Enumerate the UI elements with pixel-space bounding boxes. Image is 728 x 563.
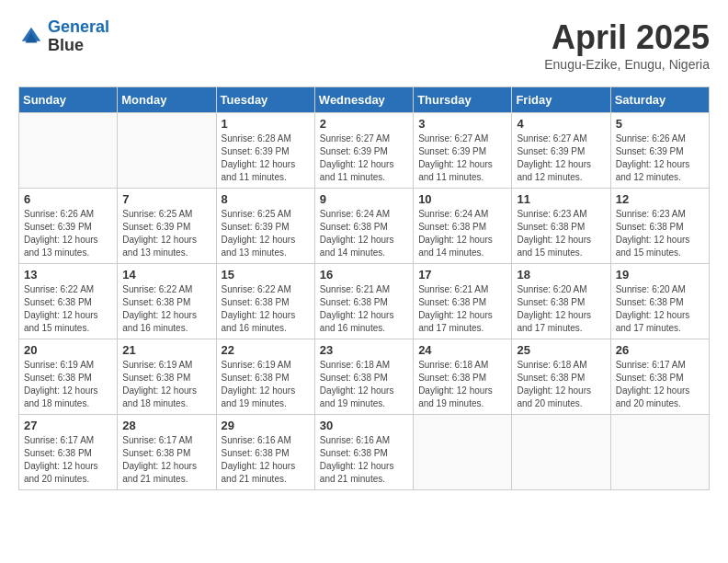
day-number: 8 xyxy=(222,192,310,206)
calendar-cell: 1Sunrise: 6:28 AMSunset: 6:39 PMDaylight… xyxy=(216,113,314,189)
calendar-cell xyxy=(19,113,118,189)
day-number: 2 xyxy=(320,117,408,131)
day-info: Sunrise: 6:20 AMSunset: 6:38 PMDaylight:… xyxy=(517,283,605,335)
day-info: Sunrise: 6:27 AMSunset: 6:39 PMDaylight:… xyxy=(418,132,506,184)
day-info: Sunrise: 6:22 AMSunset: 6:38 PMDaylight:… xyxy=(222,283,310,335)
day-number: 20 xyxy=(24,343,112,357)
calendar-cell: 18Sunrise: 6:20 AMSunset: 6:38 PMDayligh… xyxy=(512,264,610,339)
day-info: Sunrise: 6:18 AMSunset: 6:38 PMDaylight:… xyxy=(517,359,605,410)
day-info: Sunrise: 6:26 AMSunset: 6:39 PMDaylight:… xyxy=(24,208,112,259)
calendar-cell xyxy=(512,415,610,490)
day-info: Sunrise: 6:26 AMSunset: 6:39 PMDaylight:… xyxy=(616,132,704,184)
week-row-3: 13Sunrise: 6:22 AMSunset: 6:38 PMDayligh… xyxy=(19,264,710,339)
day-number: 12 xyxy=(616,192,704,206)
day-number: 1 xyxy=(222,117,310,131)
day-info: Sunrise: 6:16 AMSunset: 6:38 PMDaylight:… xyxy=(320,434,408,486)
day-number: 17 xyxy=(418,268,506,282)
calendar-cell: 6Sunrise: 6:26 AMSunset: 6:39 PMDaylight… xyxy=(19,189,118,264)
day-info: Sunrise: 6:22 AMSunset: 6:38 PMDaylight:… xyxy=(24,283,112,335)
day-number: 18 xyxy=(517,268,605,282)
day-number: 6 xyxy=(24,192,112,206)
day-number: 21 xyxy=(122,343,210,357)
day-number: 23 xyxy=(320,343,408,357)
day-info: Sunrise: 6:17 AMSunset: 6:38 PMDaylight:… xyxy=(24,434,112,486)
day-info: Sunrise: 6:16 AMSunset: 6:38 PMDaylight:… xyxy=(222,434,310,486)
day-info: Sunrise: 6:19 AMSunset: 6:38 PMDaylight:… xyxy=(122,359,210,410)
day-info: Sunrise: 6:18 AMSunset: 6:38 PMDaylight:… xyxy=(320,359,408,410)
weekday-header-sunday: Sunday xyxy=(19,87,118,113)
calendar-cell: 22Sunrise: 6:19 AMSunset: 6:38 PMDayligh… xyxy=(216,339,314,415)
day-number: 29 xyxy=(222,419,310,432)
calendar-cell xyxy=(118,113,216,189)
calendar-cell: 12Sunrise: 6:23 AMSunset: 6:38 PMDayligh… xyxy=(610,189,709,264)
weekday-header-friday: Friday xyxy=(512,87,610,113)
day-number: 30 xyxy=(320,419,408,432)
weekday-header-monday: Monday xyxy=(118,87,216,113)
month-title: April 2025 xyxy=(544,18,710,57)
day-info: Sunrise: 6:27 AMSunset: 6:39 PMDaylight:… xyxy=(320,132,408,184)
week-row-5: 27Sunrise: 6:17 AMSunset: 6:38 PMDayligh… xyxy=(19,415,710,490)
calendar-cell: 15Sunrise: 6:22 AMSunset: 6:38 PMDayligh… xyxy=(216,264,314,339)
day-number: 4 xyxy=(517,117,605,131)
day-number: 22 xyxy=(222,343,310,357)
day-number: 19 xyxy=(616,268,704,282)
calendar-cell: 20Sunrise: 6:19 AMSunset: 6:38 PMDayligh… xyxy=(19,339,118,415)
day-number: 27 xyxy=(24,419,112,432)
calendar-table: SundayMondayTuesdayWednesdayThursdayFrid… xyxy=(18,86,710,490)
calendar-cell: 29Sunrise: 6:16 AMSunset: 6:38 PMDayligh… xyxy=(216,415,314,490)
logo: General Blue xyxy=(18,18,109,55)
day-number: 28 xyxy=(122,419,210,432)
day-info: Sunrise: 6:18 AMSunset: 6:38 PMDaylight:… xyxy=(418,359,506,410)
day-info: Sunrise: 6:24 AMSunset: 6:38 PMDaylight:… xyxy=(320,208,408,259)
title-block: April 2025 Enugu-Ezike, Enugu, Nigeria xyxy=(544,18,710,72)
calendar-cell: 21Sunrise: 6:19 AMSunset: 6:38 PMDayligh… xyxy=(118,339,216,415)
calendar-cell: 2Sunrise: 6:27 AMSunset: 6:39 PMDaylight… xyxy=(314,113,413,189)
calendar-cell: 23Sunrise: 6:18 AMSunset: 6:38 PMDayligh… xyxy=(314,339,413,415)
calendar-cell: 26Sunrise: 6:17 AMSunset: 6:38 PMDayligh… xyxy=(610,339,709,415)
day-number: 3 xyxy=(418,117,506,131)
day-info: Sunrise: 6:17 AMSunset: 6:38 PMDaylight:… xyxy=(616,359,704,410)
day-number: 14 xyxy=(122,268,210,282)
calendar-cell: 4Sunrise: 6:27 AMSunset: 6:39 PMDaylight… xyxy=(512,113,610,189)
calendar-cell: 27Sunrise: 6:17 AMSunset: 6:38 PMDayligh… xyxy=(19,415,118,490)
calendar-cell: 7Sunrise: 6:25 AMSunset: 6:39 PMDaylight… xyxy=(118,189,216,264)
day-info: Sunrise: 6:21 AMSunset: 6:38 PMDaylight:… xyxy=(320,283,408,335)
calendar-cell: 14Sunrise: 6:22 AMSunset: 6:38 PMDayligh… xyxy=(118,264,216,339)
day-info: Sunrise: 6:19 AMSunset: 6:38 PMDaylight:… xyxy=(24,359,112,410)
location: Enugu-Ezike, Enugu, Nigeria xyxy=(544,57,710,72)
weekday-header-thursday: Thursday xyxy=(414,87,512,113)
day-number: 26 xyxy=(616,343,704,357)
page-header: General Blue April 2025 Enugu-Ezike, Enu… xyxy=(18,18,710,72)
logo-text: General Blue xyxy=(48,18,109,55)
day-number: 24 xyxy=(418,343,506,357)
day-number: 7 xyxy=(122,192,210,206)
calendar-cell: 25Sunrise: 6:18 AMSunset: 6:38 PMDayligh… xyxy=(512,339,610,415)
calendar-cell: 28Sunrise: 6:17 AMSunset: 6:38 PMDayligh… xyxy=(118,415,216,490)
weekday-header-row: SundayMondayTuesdayWednesdayThursdayFrid… xyxy=(19,87,710,113)
calendar-cell xyxy=(610,415,709,490)
day-info: Sunrise: 6:21 AMSunset: 6:38 PMDaylight:… xyxy=(418,283,506,335)
day-info: Sunrise: 6:25 AMSunset: 6:39 PMDaylight:… xyxy=(122,208,210,259)
week-row-2: 6Sunrise: 6:26 AMSunset: 6:39 PMDaylight… xyxy=(19,189,710,264)
calendar-cell: 11Sunrise: 6:23 AMSunset: 6:38 PMDayligh… xyxy=(512,189,610,264)
day-number: 16 xyxy=(320,268,408,282)
day-info: Sunrise: 6:28 AMSunset: 6:39 PMDaylight:… xyxy=(222,132,310,184)
week-row-1: 1Sunrise: 6:28 AMSunset: 6:39 PMDaylight… xyxy=(19,113,710,189)
day-number: 5 xyxy=(616,117,704,131)
calendar-cell: 13Sunrise: 6:22 AMSunset: 6:38 PMDayligh… xyxy=(19,264,118,339)
day-info: Sunrise: 6:27 AMSunset: 6:39 PMDaylight:… xyxy=(517,132,605,184)
day-info: Sunrise: 6:17 AMSunset: 6:38 PMDaylight:… xyxy=(122,434,210,486)
calendar-cell: 17Sunrise: 6:21 AMSunset: 6:38 PMDayligh… xyxy=(414,264,512,339)
calendar-cell xyxy=(414,415,512,490)
weekday-header-saturday: Saturday xyxy=(610,87,709,113)
day-info: Sunrise: 6:23 AMSunset: 6:38 PMDaylight:… xyxy=(616,208,704,259)
day-info: Sunrise: 6:19 AMSunset: 6:38 PMDaylight:… xyxy=(222,359,310,410)
day-info: Sunrise: 6:23 AMSunset: 6:38 PMDaylight:… xyxy=(517,208,605,259)
weekday-header-tuesday: Tuesday xyxy=(216,87,314,113)
calendar-cell: 24Sunrise: 6:18 AMSunset: 6:38 PMDayligh… xyxy=(414,339,512,415)
day-number: 11 xyxy=(517,192,605,206)
calendar-cell: 8Sunrise: 6:25 AMSunset: 6:39 PMDaylight… xyxy=(216,189,314,264)
day-number: 10 xyxy=(418,192,506,206)
day-number: 9 xyxy=(320,192,408,206)
weekday-header-wednesday: Wednesday xyxy=(314,87,413,113)
